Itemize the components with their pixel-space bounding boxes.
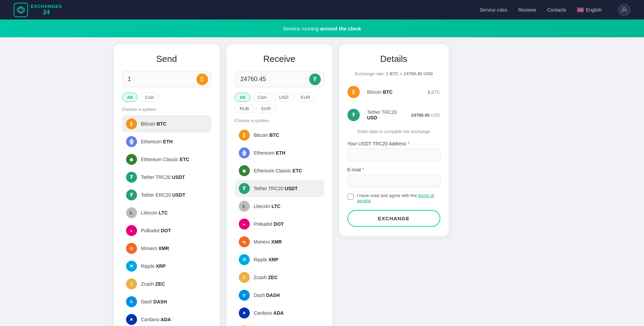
receive-amount-wrap: ₮ (235, 71, 324, 87)
recv-eth-icon (239, 147, 250, 158)
tos-checkbox-wrap: I have read and agree with the terms of … (347, 193, 440, 203)
send-card: Send ₿ All Coin Choose a system ₿ Bitcoi… (114, 44, 220, 326)
receive-filter-eur2[interactable]: EUR (256, 104, 276, 113)
navbar-links: Service rules Reviews Contacts English (480, 4, 630, 16)
reviews-link[interactable]: Reviews (518, 7, 536, 13)
recv-dot-icon: ● (239, 219, 250, 230)
receive-filter-eur[interactable]: EUR (296, 93, 315, 102)
ltc-name: Litecoin LTC (141, 210, 168, 216)
receive-item-busd[interactable]: B Binance USD BUSD (235, 322, 324, 326)
from-icon: ₿ (347, 86, 360, 98)
exchange-to-pair: ₮ Tether TRC20 USD 24760.45 USD (347, 106, 440, 124)
receive-choose-label: Choose a system (235, 118, 324, 123)
banner-text: Service running around the clock (283, 26, 361, 31)
send-filter-all[interactable]: All (122, 93, 138, 102)
receive-item-ada[interactable]: ₳ Cardano ADA (235, 304, 324, 322)
tos-label: I have read and agree with the terms of … (357, 193, 440, 203)
receive-item-zec[interactable]: Z Zcash ZEC (235, 269, 324, 286)
ada-icon: ₳ (126, 314, 137, 325)
language-label: English (586, 7, 602, 13)
receive-filter-tabs: All Coin USD EUR RUB EUR (235, 93, 324, 113)
recv-xrp-icon: ✕ (239, 254, 250, 265)
from-name: Bitcoin BTC (367, 89, 424, 95)
form-prompt: Enter data to complete the exchange (347, 129, 440, 134)
recv-dash-name: Dash DASH (254, 292, 280, 298)
receive-filter-coin[interactable]: Coin (252, 93, 272, 102)
recv-usdt-name: Tether TRC20 USDT (254, 186, 298, 191)
send-item-ada[interactable]: ₳ Cardano ADA (122, 311, 211, 326)
send-item-etc[interactable]: ◆ Ethereum Classic ETC (122, 151, 211, 168)
btc-name: Bitcoin BTC (141, 121, 167, 127)
contacts-link[interactable]: Contacts (547, 7, 566, 13)
recv-zec-icon: Z (239, 272, 250, 283)
send-item-usdt-trc20[interactable]: ₮ Tether TRC20 USDT (122, 169, 211, 186)
send-item-dot[interactable]: ● Polkadot DOT (122, 222, 211, 239)
send-item-eth[interactable]: Ethereum ETH (122, 133, 211, 150)
recv-ltc-icon: Ł (239, 201, 250, 212)
send-item-xmr[interactable]: ɱ Monero XMR (122, 240, 211, 257)
zec-name: Zcash ZEC (141, 281, 165, 287)
receive-crypto-list: ₿ Bitcoin BTC Ethereum ETH ◆ Ethereum Cl… (235, 127, 324, 326)
eth-icon (126, 136, 137, 147)
recv-ltc-name: Litecoin LTC (254, 204, 280, 209)
receive-filter-rub[interactable]: RUB (235, 104, 254, 113)
dot-icon: ● (126, 225, 137, 236)
dash-name: Dash DASH (141, 299, 167, 304)
dash-icon: D (126, 296, 137, 307)
receive-filter-all[interactable]: All (235, 93, 251, 102)
etc-name: Ethereum Classic ETC (141, 157, 190, 162)
send-item-xrp[interactable]: ✕ Ripple XRP (122, 258, 211, 275)
exchange-rate: Exchange rate: 1 BTC = 24760.45 USD (347, 71, 440, 76)
svg-marker-2 (129, 138, 134, 143)
logo[interactable]: EXCHANGES 24 (14, 3, 62, 17)
to-name: Tether TRC20 USD (367, 109, 407, 120)
address-input[interactable] (347, 148, 440, 161)
user-icon[interactable] (618, 4, 630, 16)
receive-card: Receive ₮ All Coin USD EUR RUB EUR Choos… (227, 44, 332, 326)
receive-item-etc[interactable]: ◆ Ethereum Classic ETC (235, 162, 324, 179)
receive-item-usdt[interactable]: ₮ Tether TRC20 USDT (235, 180, 324, 197)
send-item-zec[interactable]: Z Zcash ZEC (122, 275, 211, 292)
address-field-group: Your USDT TRC20 Address * (347, 141, 440, 161)
send-filter-tabs: All Coin (122, 93, 211, 102)
flag-icon (577, 8, 584, 12)
receive-filter-usd[interactable]: USD (274, 93, 293, 102)
language-selector[interactable]: English (577, 7, 602, 13)
to-icon: ₮ (347, 109, 360, 121)
send-coin-badge: ₿ (196, 74, 208, 85)
receive-item-dash[interactable]: D Dash DASH (235, 287, 324, 304)
receive-item-xrp[interactable]: ✕ Ripple XRP (235, 251, 324, 268)
email-input[interactable] (347, 174, 440, 187)
recv-ada-name: Cardano ADA (254, 310, 284, 316)
exchange-button[interactable]: EXCHANGE (347, 210, 440, 227)
receive-item-ltc[interactable]: Ł Litecoin LTC (235, 198, 324, 215)
details-title: Details (347, 54, 440, 64)
recv-eth-name: Ethereum ETH (254, 150, 286, 156)
recv-btc-icon: ₿ (239, 130, 250, 141)
send-item-usdt-erc20[interactable]: ₮ Tether ERC20 USDT (122, 186, 211, 204)
details-card: Details Exchange rate: 1 BTC = 24760.45 … (339, 44, 449, 236)
receive-item-dot[interactable]: ● Polkadot DOT (235, 216, 324, 233)
service-rules-link[interactable]: Service rules (480, 7, 507, 13)
email-label: E-mail * (347, 167, 440, 172)
send-choose-label: Choose a system (122, 107, 211, 112)
recv-xmr-icon: ɱ (239, 236, 250, 247)
recv-etc-name: Ethereum Classic ETC (254, 168, 302, 173)
send-item-ltc[interactable]: Ł Litecoin LTC (122, 204, 211, 221)
logo-icon (14, 3, 28, 17)
xrp-icon: ✕ (126, 261, 137, 272)
ada-name: Cardano ADA (141, 317, 171, 322)
tos-checkbox[interactable] (347, 194, 354, 200)
receive-item-xmr[interactable]: ɱ Monero XMR (235, 233, 324, 250)
receive-item-btc[interactable]: ₿ Bitcoin BTC (235, 127, 324, 144)
send-item-btc[interactable]: ₿ Bitcoin BTC (122, 115, 211, 132)
svg-marker-4 (242, 149, 247, 154)
address-label: Your USDT TRC20 Address * (347, 141, 440, 146)
recv-dash-icon: D (239, 290, 250, 301)
to-amount: 24760.45 USD (411, 113, 440, 118)
recv-zec-name: Zcash ZEC (254, 275, 278, 280)
receive-item-eth[interactable]: Ethereum ETH (235, 144, 324, 161)
usdt-erc20-name: Tether ERC20 USDT (141, 192, 186, 198)
send-item-dash[interactable]: D Dash DASH (122, 293, 211, 310)
send-filter-coin[interactable]: Coin (140, 93, 159, 102)
